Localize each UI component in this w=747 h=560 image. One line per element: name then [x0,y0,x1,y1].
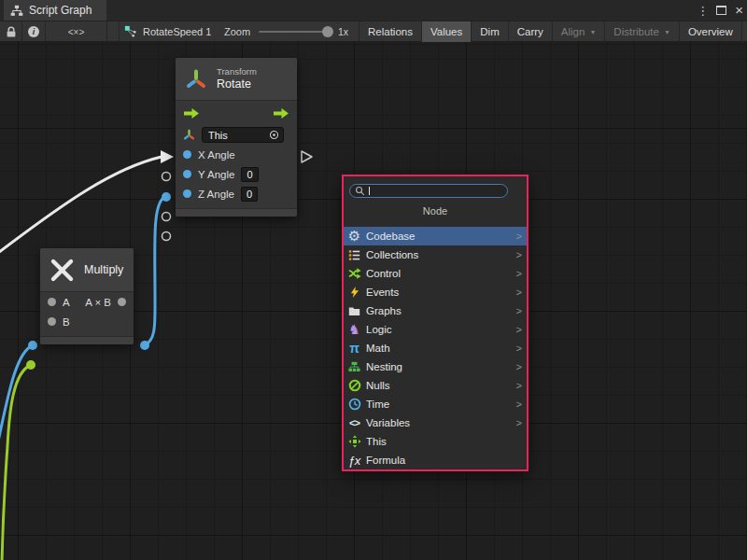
multiply-output-label: A × B [85,297,111,308]
toolbar-button-overview[interactable]: Overview [680,21,742,42]
fuzzy-finder-popup: Node ⚙ Codebase > Coll [342,175,529,471]
exec-input-arrow-icon[interactable] [183,107,200,119]
chevron-right-icon: > [516,417,522,428]
node-title: Multiply [84,263,123,276]
finder-item-collections[interactable]: Collections > [344,245,527,264]
exec-output-arrow-icon[interactable] [273,107,289,119]
chevron-right-icon: > [516,343,522,354]
chevron-right-icon: > [516,380,522,391]
graph-tree-icon [10,4,23,18]
control-arrows-icon [346,266,362,281]
zangle-value-input[interactable]: 0 [241,187,258,202]
lightning-icon [346,285,362,300]
chevron-right-icon: > [516,361,522,372]
finder-header: Node [344,205,527,217]
node-title: Rotate [217,77,257,92]
node-header[interactable]: Transform Rotate [176,58,297,101]
multiply-b-port-dot[interactable] [48,317,56,326]
toolbar-button-carry[interactable]: Carry [509,21,553,42]
multiply-a-label: A [63,297,70,308]
finder-item-nulls[interactable]: Nulls > [344,376,527,395]
graph-toolbar: i <×> RotateSpeed 1 Zoom 1x Relations Va… [0,21,747,41]
code-view-button[interactable]: <×> [46,21,107,42]
info-icon: i [28,26,39,37]
window-menu-icon[interactable]: ⋮ [697,4,708,18]
move-icon [346,434,362,449]
finder-item-nesting[interactable]: Nesting > [344,357,527,376]
unity-script-graph-window: Script Graph ⋮ × i <×> [0,0,747,560]
transform-icon [185,68,207,91]
nesting-icon [346,359,362,374]
pi-icon: π [346,341,362,356]
chevron-right-icon: > [516,231,522,242]
this-field-value: This [208,130,269,141]
finder-item-this[interactable]: This [344,432,527,451]
toolbar-toggle-group: Relations Values Dim Carry Align▼ Distri… [359,21,747,42]
xangle-port-dot[interactable] [183,150,191,159]
finder-item-list: ⚙ Codebase > Collections > [344,227,527,469]
multiply-output-port-dot[interactable] [118,298,126,306]
chevron-right-icon: > [516,287,522,298]
yangle-port-dot[interactable] [183,170,191,178]
list-icon [346,247,362,262]
lock-icon [6,26,17,38]
tab-script-graph[interactable]: Script Graph [4,0,106,21]
graph-asset-breadcrumb[interactable]: RotateSpeed 1 [124,21,211,42]
zoom-value: 1x [338,21,348,42]
zoom-slider-track[interactable] [259,31,330,33]
object-picker-icon[interactable] [269,130,279,140]
xangle-port-label: X Angle [198,149,235,161]
chevron-right-icon: > [516,249,522,260]
code-brackets-icon: <×> [68,27,85,37]
node-footer [40,336,134,344]
yangle-value-input[interactable]: 0 [241,167,258,182]
clock-icon [346,397,362,412]
finder-item-time[interactable]: Time > [344,395,527,413]
chevron-right-icon: > [516,399,522,410]
finder-item-variables[interactable]: <> Variables > [344,413,527,432]
multiply-icon [49,258,75,283]
toolbar-button-fullscreen[interactable]: Full Screen [742,21,747,42]
finder-item-logic[interactable]: ♞ Logic > [344,320,527,339]
multiply-a-port-dot[interactable] [48,298,56,306]
node-header[interactable]: Multiply [40,248,134,292]
info-button[interactable]: i [22,21,46,42]
tab-title: Script Graph [29,4,92,17]
window-close-icon[interactable]: × [735,6,743,15]
this-object-field[interactable]: This [202,127,284,143]
toolbar-button-dim[interactable]: Dim [472,21,508,42]
finder-item-graphs[interactable]: Graphs > [344,301,527,320]
finder-item-formula[interactable]: ƒx Formula [344,451,527,469]
lock-button[interactable] [0,21,22,42]
toolbar-button-relations[interactable]: Relations [359,21,422,42]
zangle-port-label: Z Angle [198,189,234,200]
toolbar-button-values[interactable]: Values [422,21,472,42]
chevron-right-icon: > [516,268,522,279]
dropdown-caret-icon: ▼ [589,29,596,35]
finder-item-control[interactable]: Control > [344,264,527,283]
chevron-right-icon: > [516,305,522,316]
node-category: Transform [217,66,257,77]
node-footer [176,208,297,217]
chevron-right-icon: > [516,324,522,335]
graph-asset-icon [124,25,137,38]
toolbar-button-distribute[interactable]: Distribute▼ [605,21,680,42]
multiply-b-label: B [63,316,70,328]
finder-item-math[interactable]: π Math > [344,339,527,357]
graph-asset-label: RotateSpeed 1 [143,26,211,37]
zangle-port-dot[interactable] [183,189,191,198]
text-cursor [369,187,370,195]
toolbar-button-align[interactable]: Align▼ [553,21,606,42]
finder-item-codebase[interactable]: ⚙ Codebase > [344,227,527,245]
transform-port-icon [183,129,195,141]
tab-bar: Script Graph ⋮ × [0,0,747,21]
window-maximize-icon[interactable] [716,6,726,15]
zoom-label: Zoom [224,21,250,42]
finder-item-events[interactable]: Events > [344,283,527,301]
node-transform-rotate[interactable]: Transform Rotate This [176,58,297,217]
node-multiply[interactable]: Multiply A A × B B [40,248,134,344]
brackets-icon: <> [346,415,362,430]
knight-icon: ♞ [346,322,362,337]
zoom-slider-handle[interactable] [322,26,333,37]
finder-search-input[interactable] [349,184,508,198]
